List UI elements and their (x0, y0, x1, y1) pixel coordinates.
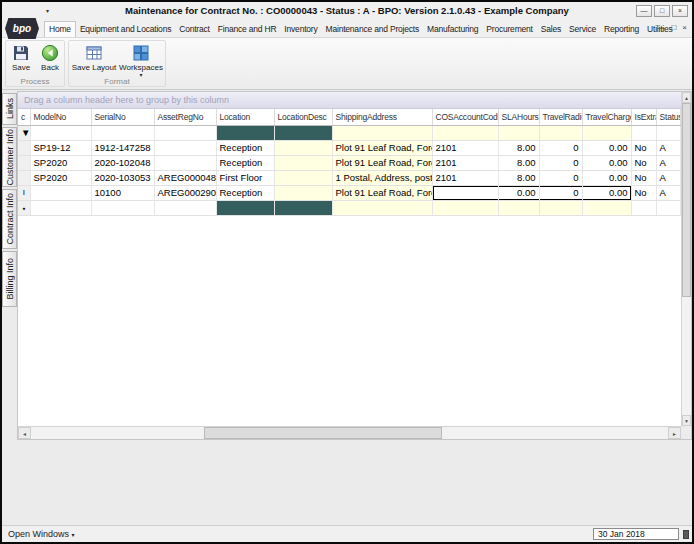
column-header-serial-no[interactable]: SerialNo (91, 109, 154, 125)
cell-sla-hours[interactable]: 8.00 (498, 155, 539, 170)
cell-travel-charge-rate[interactable]: 0.00 (582, 140, 631, 155)
cell-status[interactable]: A (656, 155, 681, 170)
cell-travel-radius[interactable]: 0 (539, 155, 582, 170)
column-header-cos-account-code[interactable]: COSAccountCode (432, 109, 498, 125)
cell-location[interactable]: Reception (216, 140, 274, 155)
cell-asset-reg-no[interactable] (154, 200, 216, 215)
cell-location[interactable] (216, 200, 274, 215)
cell-travel-radius[interactable]: 0 (539, 185, 582, 200)
scroll-left-icon[interactable]: ◄ (18, 427, 31, 439)
column-header-asset-reg-no[interactable]: AssetRegNo (154, 109, 216, 125)
cell-model-no[interactable]: SP19-12 (30, 140, 91, 155)
tab-service[interactable]: Service (565, 22, 600, 37)
cell-serial-no[interactable]: 10100 (91, 185, 154, 200)
scroll-up-icon[interactable]: ▲ (682, 92, 691, 103)
cell-is-extra[interactable]: No (631, 140, 656, 155)
tab-procurement[interactable]: Procurement (482, 22, 536, 37)
cell-travel-charge-rate[interactable]: 0.00 (582, 185, 631, 200)
cell-is-extra[interactable] (631, 125, 656, 140)
cell-asset-reg-no[interactable] (154, 125, 216, 140)
quick-access-dropdown-icon[interactable]: ▾ (46, 7, 49, 14)
scroll-down-icon[interactable]: ▼ (682, 415, 691, 426)
mdi-minimize-button[interactable]: — (657, 23, 665, 32)
cell-travel-radius[interactable] (539, 125, 582, 140)
mdi-restore-button[interactable]: □ (671, 23, 676, 32)
tab-reporting[interactable]: Reporting (600, 22, 643, 37)
cell-cos-account-code[interactable]: 2101 (432, 140, 498, 155)
cell-cos-account-code[interactable]: 2101 (432, 155, 498, 170)
cell-shipping-address[interactable]: 1 Postal, Address, postal 3, pos... (332, 170, 432, 185)
column-header-status[interactable]: Status (656, 109, 681, 125)
cell-shipping-address[interactable] (332, 125, 432, 140)
cell-cos-account-code-selected[interactable] (432, 185, 498, 200)
horizontal-scrollbar-thumb[interactable] (204, 427, 443, 439)
side-tab-links[interactable]: Links (2, 93, 17, 125)
tab-inventory[interactable]: Inventory (280, 22, 321, 37)
column-header-location-desc[interactable]: LocationDesc (274, 109, 332, 125)
vertical-scrollbar[interactable]: ▲ ▼ (681, 92, 691, 426)
cell-is-extra[interactable]: No (631, 155, 656, 170)
cell-cos-account-code[interactable]: 2101 (432, 170, 498, 185)
cell-serial-no[interactable] (91, 125, 154, 140)
cell-status[interactable] (656, 200, 681, 215)
cell-is-extra[interactable]: No (631, 185, 656, 200)
column-header-shipping-address[interactable]: ShippingAddress (332, 109, 432, 125)
tab-maintenance-and-projects[interactable]: Maintenance and Projects (322, 22, 423, 37)
close-button[interactable]: × (672, 5, 688, 17)
cell-location-desc[interactable] (274, 125, 332, 140)
cell-location-desc[interactable] (274, 185, 332, 200)
scroll-right-icon[interactable]: ► (668, 427, 681, 439)
cell-location-desc[interactable] (274, 200, 332, 215)
cell-asset-reg-no[interactable]: AREG000290 (154, 185, 216, 200)
cell-serial-no[interactable] (91, 200, 154, 215)
cell-shipping-address[interactable]: Plot 91 Leaf Road, Forest Hills, ... (332, 185, 432, 200)
tab-finance-and-hr[interactable]: Finance and HR (214, 22, 281, 37)
column-header-location[interactable]: Location (216, 109, 274, 125)
tab-equipment-and-locations[interactable]: Equipment and Locations (76, 22, 175, 37)
cell-location-desc[interactable] (274, 140, 332, 155)
cell-travel-charge-rate[interactable]: 0.00 (582, 155, 631, 170)
cell-shipping-address[interactable]: Plot 91 Leaf Road, Forest Hills, ... (332, 155, 432, 170)
cell-travel-radius[interactable]: 0 (539, 140, 582, 155)
cell-serial-no[interactable]: 1912-147258 (91, 140, 154, 155)
cell-model-no[interactable]: SP2020 (30, 155, 91, 170)
cell-cos-account-code[interactable] (432, 200, 498, 215)
minimize-button[interactable]: — (636, 5, 652, 17)
save-layout-button[interactable]: Save Layout (71, 44, 117, 72)
cell-location-desc[interactable] (274, 155, 332, 170)
cell-location[interactable]: First Floor (216, 170, 274, 185)
cell-status[interactable] (656, 125, 681, 140)
cell-status[interactable]: A (656, 170, 681, 185)
back-button[interactable]: Back (36, 44, 64, 72)
cell-location[interactable]: Reception (216, 185, 274, 200)
cell-asset-reg-no[interactable] (154, 140, 216, 155)
cell-shipping-address[interactable] (332, 200, 432, 215)
date-field[interactable]: 30 Jan 2018 (593, 528, 679, 540)
cell-is-extra[interactable]: No (631, 170, 656, 185)
cell-is-extra[interactable] (631, 200, 656, 215)
tab-home[interactable]: Home (44, 21, 76, 37)
tab-contract[interactable]: Contract (175, 22, 214, 37)
side-tab-billing-info[interactable]: Billing Info (2, 251, 17, 307)
column-header-model-no[interactable]: ModelNo (30, 109, 91, 125)
cell-asset-reg-no[interactable] (154, 155, 216, 170)
cell-serial-no[interactable]: 2020-102048 (91, 155, 154, 170)
cell-travel-charge-rate[interactable] (582, 125, 631, 140)
cell-travel-charge-rate[interactable] (582, 200, 631, 215)
open-windows-button[interactable]: Open Windows ▾ (8, 529, 75, 539)
cell-sla-hours[interactable]: 8.00 (498, 140, 539, 155)
tab-sales[interactable]: Sales (537, 22, 565, 37)
cell-travel-charge-rate[interactable]: 0.00 (582, 170, 631, 185)
cell-cos-account-code[interactable] (432, 125, 498, 140)
cell-sla-hours[interactable] (498, 200, 539, 215)
cell-location[interactable] (216, 125, 274, 140)
cell-location-desc[interactable] (274, 170, 332, 185)
side-tab-customer-info[interactable]: Customer Info (2, 127, 17, 187)
bpo-logo[interactable]: bpo (5, 18, 39, 39)
side-tab-contract-info[interactable]: Contract Info (2, 189, 17, 249)
column-header-sla-hours[interactable]: SLAHours (498, 109, 539, 125)
cell-model-no[interactable] (30, 125, 91, 140)
cell-status[interactable]: A (656, 140, 681, 155)
restore-button[interactable]: □ (654, 5, 670, 17)
cell-asset-reg-no[interactable]: AREG000048 (154, 170, 216, 185)
